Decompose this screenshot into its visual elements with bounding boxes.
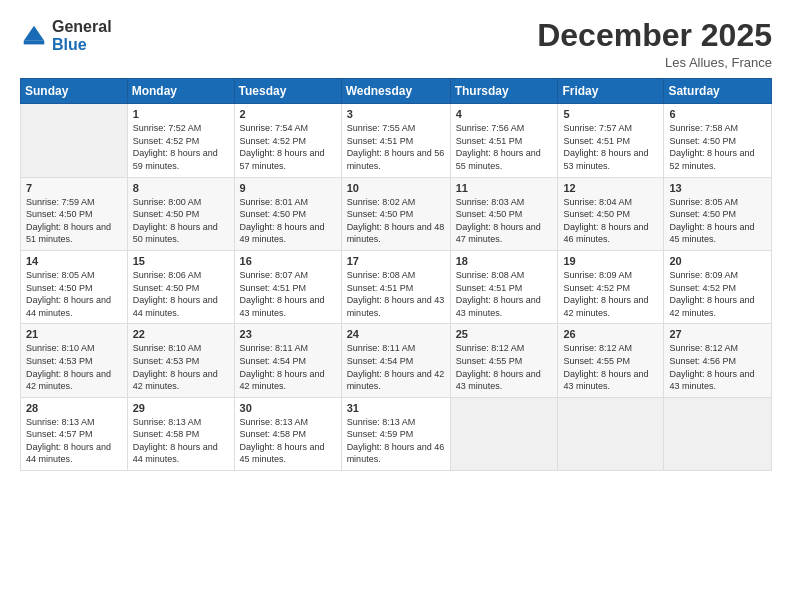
week-row-3: 21Sunrise: 8:10 AMSunset: 4:53 PMDayligh… <box>21 324 772 397</box>
weekday-header-sunday: Sunday <box>21 79 128 104</box>
calendar-cell: 27Sunrise: 8:12 AMSunset: 4:56 PMDayligh… <box>664 324 772 397</box>
calendar-cell: 19Sunrise: 8:09 AMSunset: 4:52 PMDayligh… <box>558 250 664 323</box>
week-row-2: 14Sunrise: 8:05 AMSunset: 4:50 PMDayligh… <box>21 250 772 323</box>
subtitle: Les Allues, France <box>537 55 772 70</box>
day-info: Sunrise: 7:52 AMSunset: 4:52 PMDaylight:… <box>133 122 229 172</box>
day-info: Sunrise: 8:13 AMSunset: 4:57 PMDaylight:… <box>26 416 122 466</box>
calendar-cell: 28Sunrise: 8:13 AMSunset: 4:57 PMDayligh… <box>21 397 128 470</box>
day-info: Sunrise: 8:09 AMSunset: 4:52 PMDaylight:… <box>669 269 766 319</box>
calendar-table: SundayMondayTuesdayWednesdayThursdayFrid… <box>20 78 772 471</box>
calendar-cell: 2Sunrise: 7:54 AMSunset: 4:52 PMDaylight… <box>234 104 341 177</box>
day-number: 31 <box>347 402 445 414</box>
day-number: 10 <box>347 182 445 194</box>
day-info: Sunrise: 8:10 AMSunset: 4:53 PMDaylight:… <box>26 342 122 392</box>
day-info: Sunrise: 8:03 AMSunset: 4:50 PMDaylight:… <box>456 196 553 246</box>
day-number: 9 <box>240 182 336 194</box>
day-number: 19 <box>563 255 658 267</box>
calendar-cell <box>450 397 558 470</box>
day-info: Sunrise: 8:00 AMSunset: 4:50 PMDaylight:… <box>133 196 229 246</box>
day-info: Sunrise: 8:12 AMSunset: 4:56 PMDaylight:… <box>669 342 766 392</box>
day-info: Sunrise: 7:58 AMSunset: 4:50 PMDaylight:… <box>669 122 766 172</box>
calendar-cell: 29Sunrise: 8:13 AMSunset: 4:58 PMDayligh… <box>127 397 234 470</box>
day-number: 29 <box>133 402 229 414</box>
weekday-header-monday: Monday <box>127 79 234 104</box>
week-row-1: 7Sunrise: 7:59 AMSunset: 4:50 PMDaylight… <box>21 177 772 250</box>
calendar-cell <box>21 104 128 177</box>
calendar-cell <box>664 397 772 470</box>
day-number: 8 <box>133 182 229 194</box>
weekday-header-wednesday: Wednesday <box>341 79 450 104</box>
calendar-cell: 10Sunrise: 8:02 AMSunset: 4:50 PMDayligh… <box>341 177 450 250</box>
day-info: Sunrise: 8:04 AMSunset: 4:50 PMDaylight:… <box>563 196 658 246</box>
weekday-header-saturday: Saturday <box>664 79 772 104</box>
weekday-header-thursday: Thursday <box>450 79 558 104</box>
day-info: Sunrise: 8:13 AMSunset: 4:58 PMDaylight:… <box>133 416 229 466</box>
logo-general-text: General <box>52 18 112 36</box>
day-info: Sunrise: 8:13 AMSunset: 4:58 PMDaylight:… <box>240 416 336 466</box>
weekday-header-tuesday: Tuesday <box>234 79 341 104</box>
logo-icon <box>20 22 48 50</box>
day-number: 23 <box>240 328 336 340</box>
day-info: Sunrise: 8:08 AMSunset: 4:51 PMDaylight:… <box>456 269 553 319</box>
week-row-0: 1Sunrise: 7:52 AMSunset: 4:52 PMDaylight… <box>21 104 772 177</box>
svg-rect-1 <box>24 40 45 44</box>
logo: General Blue <box>20 18 112 53</box>
calendar-cell: 24Sunrise: 8:11 AMSunset: 4:54 PMDayligh… <box>341 324 450 397</box>
calendar-cell: 12Sunrise: 8:04 AMSunset: 4:50 PMDayligh… <box>558 177 664 250</box>
calendar-cell: 7Sunrise: 7:59 AMSunset: 4:50 PMDaylight… <box>21 177 128 250</box>
day-number: 26 <box>563 328 658 340</box>
day-info: Sunrise: 8:12 AMSunset: 4:55 PMDaylight:… <box>456 342 553 392</box>
day-number: 6 <box>669 108 766 120</box>
calendar-cell: 13Sunrise: 8:05 AMSunset: 4:50 PMDayligh… <box>664 177 772 250</box>
calendar-cell: 22Sunrise: 8:10 AMSunset: 4:53 PMDayligh… <box>127 324 234 397</box>
calendar-cell: 8Sunrise: 8:00 AMSunset: 4:50 PMDaylight… <box>127 177 234 250</box>
logo-text: General Blue <box>52 18 112 53</box>
title-block: December 2025 Les Allues, France <box>537 18 772 70</box>
day-number: 7 <box>26 182 122 194</box>
day-info: Sunrise: 7:57 AMSunset: 4:51 PMDaylight:… <box>563 122 658 172</box>
day-info: Sunrise: 8:06 AMSunset: 4:50 PMDaylight:… <box>133 269 229 319</box>
day-info: Sunrise: 8:05 AMSunset: 4:50 PMDaylight:… <box>669 196 766 246</box>
calendar-cell: 1Sunrise: 7:52 AMSunset: 4:52 PMDaylight… <box>127 104 234 177</box>
day-number: 2 <box>240 108 336 120</box>
calendar-cell: 21Sunrise: 8:10 AMSunset: 4:53 PMDayligh… <box>21 324 128 397</box>
day-number: 3 <box>347 108 445 120</box>
svg-marker-0 <box>24 25 45 40</box>
calendar-cell: 5Sunrise: 7:57 AMSunset: 4:51 PMDaylight… <box>558 104 664 177</box>
calendar-cell: 17Sunrise: 8:08 AMSunset: 4:51 PMDayligh… <box>341 250 450 323</box>
day-info: Sunrise: 7:59 AMSunset: 4:50 PMDaylight:… <box>26 196 122 246</box>
day-number: 22 <box>133 328 229 340</box>
calendar-cell: 31Sunrise: 8:13 AMSunset: 4:59 PMDayligh… <box>341 397 450 470</box>
day-number: 11 <box>456 182 553 194</box>
day-info: Sunrise: 8:11 AMSunset: 4:54 PMDaylight:… <box>240 342 336 392</box>
day-number: 13 <box>669 182 766 194</box>
day-number: 27 <box>669 328 766 340</box>
weekday-header-row: SundayMondayTuesdayWednesdayThursdayFrid… <box>21 79 772 104</box>
calendar-cell: 9Sunrise: 8:01 AMSunset: 4:50 PMDaylight… <box>234 177 341 250</box>
day-info: Sunrise: 7:55 AMSunset: 4:51 PMDaylight:… <box>347 122 445 172</box>
day-number: 12 <box>563 182 658 194</box>
day-info: Sunrise: 8:07 AMSunset: 4:51 PMDaylight:… <box>240 269 336 319</box>
logo-blue-text: Blue <box>52 36 112 54</box>
day-info: Sunrise: 8:01 AMSunset: 4:50 PMDaylight:… <box>240 196 336 246</box>
calendar-cell: 16Sunrise: 8:07 AMSunset: 4:51 PMDayligh… <box>234 250 341 323</box>
day-info: Sunrise: 8:08 AMSunset: 4:51 PMDaylight:… <box>347 269 445 319</box>
day-info: Sunrise: 8:13 AMSunset: 4:59 PMDaylight:… <box>347 416 445 466</box>
calendar-cell: 6Sunrise: 7:58 AMSunset: 4:50 PMDaylight… <box>664 104 772 177</box>
day-info: Sunrise: 8:10 AMSunset: 4:53 PMDaylight:… <box>133 342 229 392</box>
calendar-cell: 25Sunrise: 8:12 AMSunset: 4:55 PMDayligh… <box>450 324 558 397</box>
day-number: 5 <box>563 108 658 120</box>
calendar-cell: 14Sunrise: 8:05 AMSunset: 4:50 PMDayligh… <box>21 250 128 323</box>
day-number: 25 <box>456 328 553 340</box>
day-number: 14 <box>26 255 122 267</box>
day-info: Sunrise: 7:54 AMSunset: 4:52 PMDaylight:… <box>240 122 336 172</box>
day-number: 16 <box>240 255 336 267</box>
calendar-cell: 20Sunrise: 8:09 AMSunset: 4:52 PMDayligh… <box>664 250 772 323</box>
day-info: Sunrise: 8:02 AMSunset: 4:50 PMDaylight:… <box>347 196 445 246</box>
day-info: Sunrise: 8:05 AMSunset: 4:50 PMDaylight:… <box>26 269 122 319</box>
day-number: 24 <box>347 328 445 340</box>
day-number: 15 <box>133 255 229 267</box>
week-row-4: 28Sunrise: 8:13 AMSunset: 4:57 PMDayligh… <box>21 397 772 470</box>
calendar-cell: 30Sunrise: 8:13 AMSunset: 4:58 PMDayligh… <box>234 397 341 470</box>
calendar-cell: 3Sunrise: 7:55 AMSunset: 4:51 PMDaylight… <box>341 104 450 177</box>
